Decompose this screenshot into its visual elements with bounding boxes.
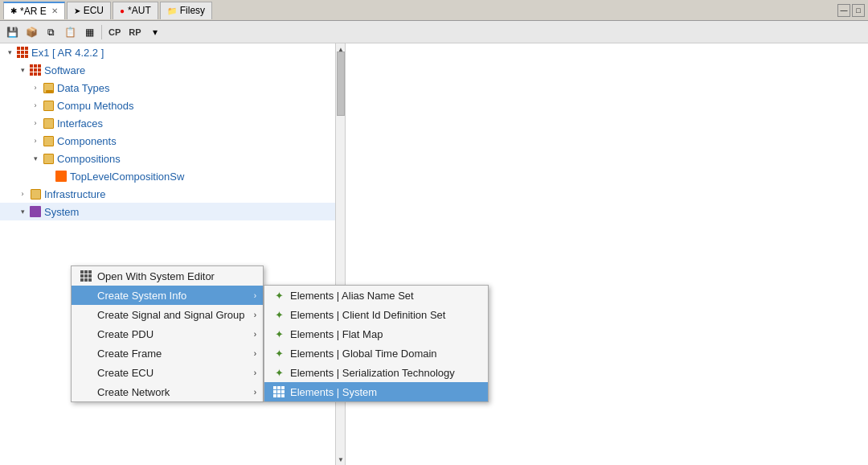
tree-root[interactable]: ▾ Ex1 [ AR 4.2.2 ] [0,43,345,61]
compu-methods-label: Compu Methods [57,100,133,112]
data-types-label: Data Types [57,82,110,94]
compu-methods-expander[interactable]: › [29,99,42,112]
tab-controls: — □ [837,4,865,17]
tree-interfaces[interactable]: › Interfaces [0,114,345,132]
grid-button[interactable]: ▦ [80,23,98,41]
system-expander[interactable]: ▾ [16,205,29,218]
tree-system[interactable]: ▾ System [0,203,345,220]
tab-filesy-icon: 📁 [167,6,177,15]
paste-button[interactable]: 📋 [61,23,79,41]
tab-filesy[interactable]: 📁 Filesy [160,2,212,19]
toolbar: 💾 📦 ⧉ 📋 ▦ CP RP ▾ [0,21,868,43]
scroll-up-arrow[interactable]: ▲ [337,45,345,53]
tab-bar: ✱ *AR E ✕ ➤ ECU ● *AUT 📁 Filesy — □ [0,0,868,21]
tree-toplevel[interactable]: TopLevelCompositionSw [0,167,345,185]
main-window: ✱ *AR E ✕ ➤ ECU ● *AUT 📁 Filesy — □ 💾 📦 … [0,0,868,465]
package-button[interactable]: 📦 [23,23,40,41]
interfaces-icon [42,117,55,130]
data-types-icon [42,81,55,94]
root-label: Ex1 [ AR 4.2.2 ] [31,47,104,59]
infrastructure-label: Infrastructure [44,188,106,200]
system-label: System [44,206,79,218]
compu-methods-icon [42,99,55,112]
tab-ecu-icon: ➤ [74,6,80,15]
toplevel-icon [55,170,68,183]
interfaces-expander[interactable]: › [29,117,42,130]
content-area: ▾ Ex1 [ AR 4.2.2 ] [0,43,868,465]
components-icon [42,134,55,147]
dropdown-button[interactable]: ▾ [146,23,164,41]
components-label: Components [57,135,117,147]
tree-components[interactable]: › Components [0,132,345,150]
toplevel-expander [42,170,55,183]
interfaces-label: Interfaces [57,117,103,130]
toolbar-sep [101,25,102,39]
data-types-expander[interactable]: › [29,81,42,94]
copy-button[interactable]: ⧉ [42,23,59,41]
tree-compu-methods[interactable]: › Compu Methods [0,97,345,114]
scroll-down-arrow[interactable]: ▼ [337,455,345,463]
tab-filesy-label: Filesy [180,5,205,16]
root-icon [16,46,29,59]
tree-panel[interactable]: ▾ Ex1 [ AR 4.2.2 ] [0,43,346,465]
system-icon [29,205,42,218]
scrollbar-thumb[interactable] [337,51,345,116]
tab-ar-e-label: *AR E [20,6,47,17]
compositions-expander[interactable]: ▾ [29,152,42,165]
save-button[interactable]: 💾 [3,23,21,41]
tree-compositions[interactable]: ▾ Compositions [0,150,345,167]
software-expander[interactable]: ▾ [16,64,29,76]
infrastructure-icon [29,187,42,200]
tree-infrastructure[interactable]: › Infrastructure [0,185,345,203]
tab-aut[interactable]: ● *AUT [113,2,158,19]
software-label: Software [44,64,85,76]
tab-ar-e-icon: ✱ [10,6,17,15]
toplevel-label: TopLevelCompositionSw [70,171,184,183]
tab-ecu[interactable]: ➤ ECU [67,2,111,19]
scrollbar[interactable]: ▲ ▼ [335,43,345,465]
tab-ecu-label: ECU [84,5,104,16]
tab-ar-e[interactable]: ✱ *AR E ✕ [3,2,65,19]
infrastructure-expander[interactable]: › [16,187,29,200]
root-expander[interactable]: ▾ [3,46,16,59]
maximize-button[interactable]: □ [852,4,865,17]
tab-aut-icon: ● [120,6,125,15]
cp-label: CP [105,27,124,37]
tree-data-types[interactable]: › Data Types [0,79,345,97]
rp-label: RP [125,27,144,37]
tree-software[interactable]: ▾ Software [0,61,345,79]
compositions-icon [42,152,55,165]
tab-ar-e-close[interactable]: ✕ [51,6,58,15]
software-icon [29,64,42,76]
compositions-label: Compositions [57,153,121,165]
minimize-button[interactable]: — [837,4,850,17]
components-expander[interactable]: › [29,134,42,147]
right-panel [346,43,868,465]
tab-aut-label: *AUT [128,5,151,16]
